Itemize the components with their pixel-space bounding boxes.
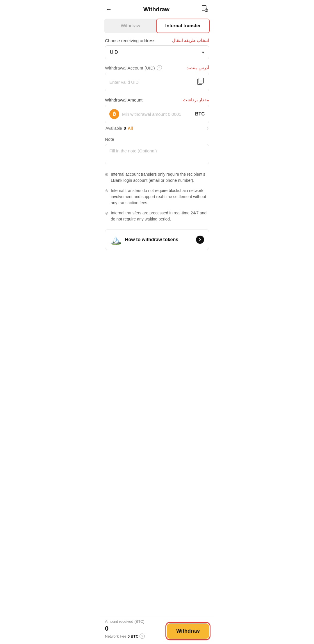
uid-help-icon[interactable]: ? [157, 65, 162, 70]
network-fee-help-icon[interactable]: ? [140, 634, 145, 639]
btc-coin-icon: ₿ [109, 109, 119, 119]
available-all-button[interactable]: All [128, 126, 133, 131]
amount-placeholder: Min withdrawal amount 0.0001 [122, 112, 192, 117]
tab-switcher: Withdraw Internal transfer [104, 19, 210, 33]
history-icon[interactable] [201, 5, 208, 14]
amount-received-label: Amount received (BTC) [105, 619, 145, 624]
available-label: Available [106, 126, 122, 131]
info-text-3: Internal transfers are processed in real… [111, 210, 209, 222]
uid-input-box[interactable]: Enter valid UID [105, 73, 209, 91]
how-to-title: How to withdraw tokens [125, 237, 178, 242]
tab-internal-transfer[interactable]: Internal transfer [156, 19, 210, 33]
amount-received-section: Amount received (BTC) 0 Network Fee 0 BT… [105, 619, 145, 639]
dropdown-selected-value: UID [110, 50, 118, 55]
info-item-1: ※ Internal account transfers only requir… [105, 171, 209, 184]
note-label: Note [105, 137, 209, 142]
info-text-1: Internal account transfers only require … [111, 171, 209, 184]
withdraw-button[interactable]: Withdraw [167, 623, 209, 639]
note-placeholder: Fill in the note (Optional) [109, 148, 157, 153]
withdrawal-account-label: Withdrawal Account (UID) ? [105, 65, 162, 70]
available-value: 0 [124, 126, 126, 131]
how-to-image-icon: 🏔️ [110, 234, 122, 245]
amount-input-box[interactable]: ₿ Min withdrawal amount 0.0001 BTC [105, 105, 209, 123]
receiving-address-header: Choose receiving address انتخاب طریقه ان… [105, 38, 209, 43]
bottom-bar: Amount received (BTC) 0 Network Fee 0 BT… [100, 616, 214, 644]
network-fee-value: 0 BTC [128, 634, 139, 638]
info-bullet-2: ※ [105, 188, 108, 206]
withdrawal-amount-label-fa: مقدار برداشت [183, 97, 209, 102]
how-to-chevron-icon [196, 236, 204, 244]
main-content: Choose receiving address انتخاب طریقه ان… [100, 33, 214, 291]
info-item-2: ※ Internal transfers do not require bloc… [105, 188, 209, 206]
how-to-left: 🏔️ How to withdraw tokens [110, 234, 178, 245]
paste-icon[interactable] [197, 77, 205, 87]
info-bullet-1: ※ [105, 172, 108, 184]
back-button[interactable]: ← [106, 6, 112, 13]
note-input-box[interactable]: Fill in the note (Optional) [105, 144, 209, 164]
uid-placeholder: Enter valid UID [109, 80, 139, 85]
dropdown-arrow-icon: ▾ [202, 50, 204, 55]
receiving-address-label-fa: انتخاب طریقه انتقال [172, 38, 209, 43]
amount-received-value: 0 [105, 625, 145, 632]
available-arrow-icon[interactable]: › [207, 126, 208, 131]
available-row: Available 0 All › [105, 126, 209, 131]
network-fee-row: Network Fee 0 BTC ? [105, 634, 145, 639]
info-bullet-3: ※ [105, 210, 108, 222]
info-list: ※ Internal account transfers only requir… [105, 171, 209, 222]
page-title: Withdraw [143, 6, 170, 13]
amount-currency: BTC [195, 111, 205, 117]
svg-rect-8 [199, 78, 204, 83]
receiving-address-dropdown[interactable]: UID ▾ [105, 45, 209, 59]
header: ← Withdraw [100, 0, 214, 17]
withdrawal-account-header: Withdrawal Account (UID) ? آدرس مقصد [105, 65, 209, 70]
info-text-2: Internal transfers do not require blockc… [111, 188, 209, 206]
tab-withdraw[interactable]: Withdraw [104, 19, 156, 33]
info-item-3: ※ Internal transfers are processed in re… [105, 210, 209, 222]
withdrawal-amount-label: Withdrawal Amount [105, 97, 142, 102]
network-fee-label: Network Fee [105, 634, 126, 638]
withdrawal-amount-header: Withdrawal Amount مقدار برداشت [105, 97, 209, 102]
withdrawal-account-label-fa: آدرس مقصد [187, 65, 209, 70]
receiving-address-label: Choose receiving address [105, 38, 155, 43]
how-to-card[interactable]: 🏔️ How to withdraw tokens [105, 229, 209, 250]
available-info: Available 0 All [106, 126, 133, 131]
